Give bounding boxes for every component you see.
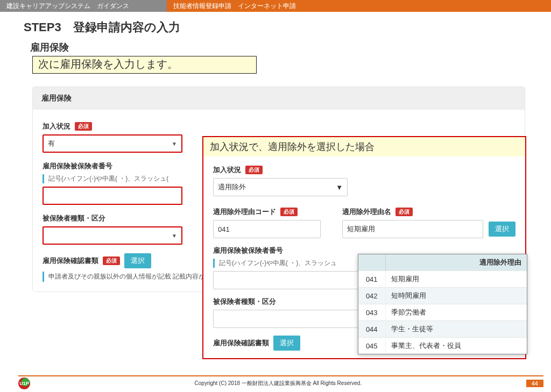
insured-number-input[interactable] [43, 187, 182, 205]
join-status-select[interactable]: 有 ▼ [43, 134, 182, 153]
reason-table-row[interactable]: 041 短期雇用 [358, 271, 527, 288]
breadcrumb-right: 技能者情報登録申請 インターネット申請 [167, 0, 551, 12]
insured-type-select[interactable]: ▼ [43, 226, 182, 245]
overlay-title: 加入状況で、適用除外を選択した場合 [203, 137, 525, 156]
confirm-doc-select-button[interactable]: 選択 [124, 253, 151, 268]
ov-reason-name-input[interactable]: 短期雇用 [342, 220, 483, 238]
required-badge: 必須 [245, 166, 263, 174]
reason-table-row[interactable]: 045 事業主、代表者・役員 [358, 338, 527, 354]
instruction-callout: 次に雇用保険を入力します。 [32, 56, 257, 74]
reason-table-header: 適用除外理由 [385, 254, 527, 271]
logo-icon: U1P [18, 377, 30, 389]
required-badge: 必須 [103, 256, 120, 265]
required-badge: 必須 [395, 208, 413, 216]
copyright-text: Copyright (C) 2018 一般財団法人建設業振興基金 All Rig… [195, 380, 362, 387]
page-number: 44 [526, 380, 543, 387]
reason-table-row[interactable]: 042 短時間雇用 [358, 288, 527, 304]
chevron-down-icon: ▼ [172, 233, 177, 239]
ov-reason-name-select-button[interactable]: 選択 [489, 222, 515, 237]
required-badge: 必須 [280, 208, 298, 216]
breadcrumb-left: 建設キャリアアップシステム ガイダンス [0, 0, 167, 12]
ov-join-status-label: 加入状況 必須 [213, 165, 515, 175]
ov-reason-name-label: 適用除外理由名 必須 [342, 207, 515, 217]
panel-heading: 雇用保険 [33, 87, 525, 110]
reason-table-row[interactable]: 044 学生・生徒等 [358, 321, 527, 338]
chevron-down-icon: ▼ [336, 183, 343, 191]
chevron-down-icon: ▼ [172, 141, 177, 147]
required-badge: 必須 [75, 122, 92, 131]
reason-table-code-header [358, 254, 385, 271]
reason-table-popup: 適用除外理由 041 短期雇用 042 短時間雇用 043 季節労働者 044 … [358, 254, 527, 354]
ov-join-status-select[interactable]: 適用除外 ▼ [213, 178, 348, 196]
join-status-value: 有 [48, 139, 55, 148]
footer-bar: U1P Copyright (C) 2018 一般財団法人建設業振興基金 All… [18, 375, 543, 389]
page-title: STEP3 登録申請内容の入力 [24, 19, 551, 35]
ov-reason-code-label: 適用除外理由コード 必須 [213, 207, 321, 217]
ov-confirm-doc-select-button[interactable]: 選択 [273, 336, 300, 351]
reason-table-row[interactable]: 043 季節労働者 [358, 304, 527, 321]
breadcrumb: 建設キャリアアップシステム ガイダンス 技能者情報登録申請 インターネット申請 [0, 0, 551, 12]
ov-reason-code-input[interactable]: 041 [213, 220, 321, 238]
section-title: 雇用保険 [30, 41, 551, 54]
join-status-label: 加入状況 必須 [43, 122, 515, 131]
